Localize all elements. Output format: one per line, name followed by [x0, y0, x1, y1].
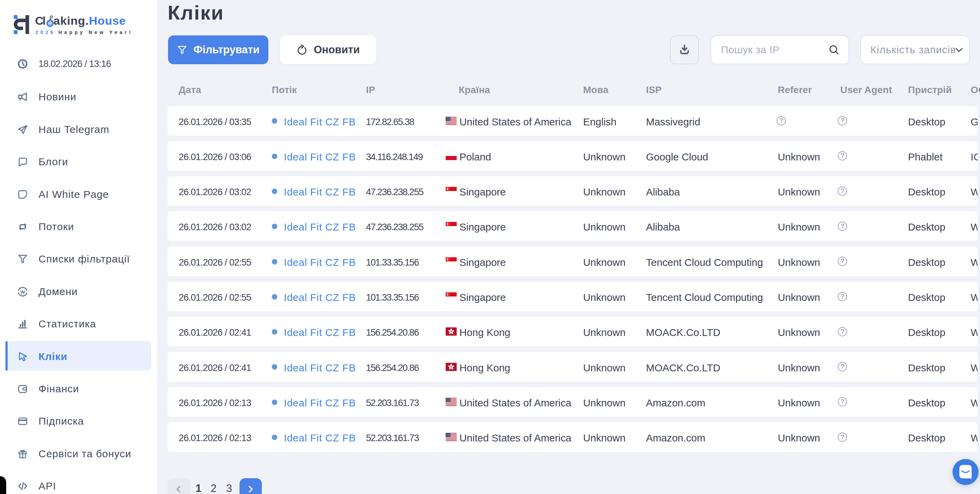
svg-text:w: w [20, 289, 25, 295]
